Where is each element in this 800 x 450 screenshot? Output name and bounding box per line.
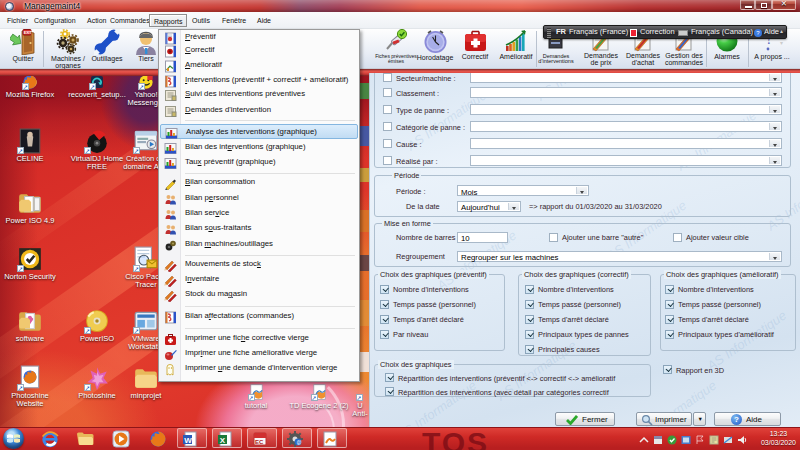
svg-text:@: @ [297, 439, 302, 445]
svg-text:EXIT: EXIT [24, 31, 33, 35]
svg-text:EC: EC [255, 439, 264, 445]
svg-text:W: W [184, 436, 192, 445]
svg-text:X: X [220, 436, 226, 445]
